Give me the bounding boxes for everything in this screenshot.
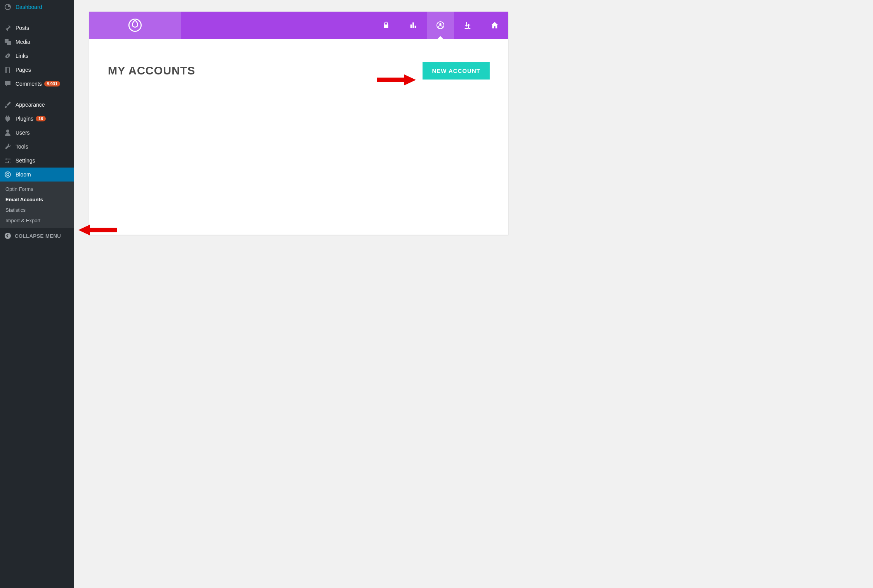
sliders-icon [4, 157, 12, 164]
bloom-logo [89, 12, 181, 39]
submenu-optin-forms[interactable]: Optin Forms [0, 184, 74, 194]
bloom-body: MY ACCOUNTS NEW ACCOUNT [89, 39, 508, 235]
nav-accounts[interactable] [427, 12, 454, 39]
nav-home[interactable] [481, 12, 508, 39]
comments-badge: 9,931 [44, 81, 61, 86]
sidebar-item-users[interactable]: Users [0, 126, 74, 140]
import-export-icon [463, 21, 472, 29]
sidebar-item-label: Bloom [16, 171, 31, 178]
sidebar-item-label: Comments [16, 81, 42, 87]
sidebar-item-plugins[interactable]: Plugins 16 [0, 112, 74, 126]
menu-separator [0, 14, 74, 21]
sidebar-item-appearance[interactable]: Appearance [0, 98, 74, 112]
home-icon [490, 21, 499, 29]
svg-point-3 [129, 19, 141, 31]
sidebar-item-settings[interactable]: Settings [0, 154, 74, 168]
collapse-icon [4, 232, 12, 240]
pages-icon [4, 66, 12, 74]
sidebar-item-label: Tools [16, 144, 28, 150]
nav-stats[interactable] [400, 12, 427, 39]
sidebar-item-comments[interactable]: Comments 9,931 [0, 77, 74, 91]
submenu-statistics[interactable]: Statistics [0, 205, 74, 215]
new-account-button[interactable]: NEW ACCOUNT [423, 62, 490, 80]
sidebar-item-media[interactable]: Media [0, 35, 74, 49]
link-icon [4, 52, 12, 60]
nav-import-export[interactable] [454, 12, 481, 39]
annotation-arrow-left [76, 222, 119, 238]
nav-lock[interactable] [372, 12, 400, 39]
main-content: MY ACCOUNTS NEW ACCOUNT [74, 0, 517, 242]
sidebar-item-bloom[interactable]: Bloom [0, 168, 74, 182]
bloom-icon [4, 171, 12, 178]
svg-point-0 [5, 172, 10, 177]
svg-point-1 [7, 173, 9, 176]
sidebar-item-label: Media [16, 39, 30, 45]
sidebar-item-label: Users [16, 130, 30, 136]
sidebar-item-label: Links [16, 53, 28, 59]
bloom-logo-icon [127, 17, 143, 33]
sidebar-item-posts[interactable]: Posts [0, 21, 74, 35]
lock-icon [382, 21, 390, 29]
wrench-icon [4, 143, 12, 150]
sidebar-item-label: Settings [16, 157, 35, 164]
sidebar-item-label: Appearance [16, 102, 45, 108]
sidebar-item-links[interactable]: Links [0, 49, 74, 63]
annotation-arrow-right [375, 72, 418, 88]
menu-separator [0, 91, 74, 98]
collapse-menu-button[interactable]: COLLAPSE MENU [0, 228, 74, 244]
submenu-email-accounts[interactable]: Email Accounts [0, 194, 74, 205]
bloom-panel: MY ACCOUNTS NEW ACCOUNT [89, 12, 508, 235]
media-icon [4, 38, 12, 46]
plugins-badge: 16 [36, 116, 46, 121]
bloom-submenu: Optin Forms Email Accounts Statistics Im… [0, 182, 74, 228]
plugin-icon [4, 115, 12, 123]
bloom-nav [372, 12, 508, 39]
user-icon [4, 129, 12, 137]
comment-icon [4, 80, 12, 88]
brush-icon [4, 101, 12, 109]
sidebar-item-pages[interactable]: Pages [0, 63, 74, 77]
collapse-label: COLLAPSE MENU [15, 233, 61, 239]
svg-point-2 [5, 233, 11, 239]
bloom-header [89, 12, 508, 39]
spacer [181, 12, 372, 39]
sidebar-item-label: Pages [16, 67, 31, 73]
wp-admin-sidebar: Dashboard Posts Media Links Pages Commen… [0, 0, 74, 348]
account-icon [436, 21, 445, 29]
sidebar-item-tools[interactable]: Tools [0, 140, 74, 154]
pin-icon [4, 24, 12, 32]
dashboard-icon [4, 3, 12, 11]
sidebar-item-label: Posts [16, 25, 29, 31]
submenu-import-export[interactable]: Import & Export [0, 215, 74, 226]
sidebar-item-label: Dashboard [16, 4, 42, 10]
stats-icon [409, 21, 417, 29]
sidebar-item-label: Plugins [16, 116, 33, 122]
svg-point-5 [439, 23, 442, 26]
page-title: MY ACCOUNTS [108, 64, 195, 77]
sidebar-item-dashboard[interactable]: Dashboard [0, 0, 74, 14]
